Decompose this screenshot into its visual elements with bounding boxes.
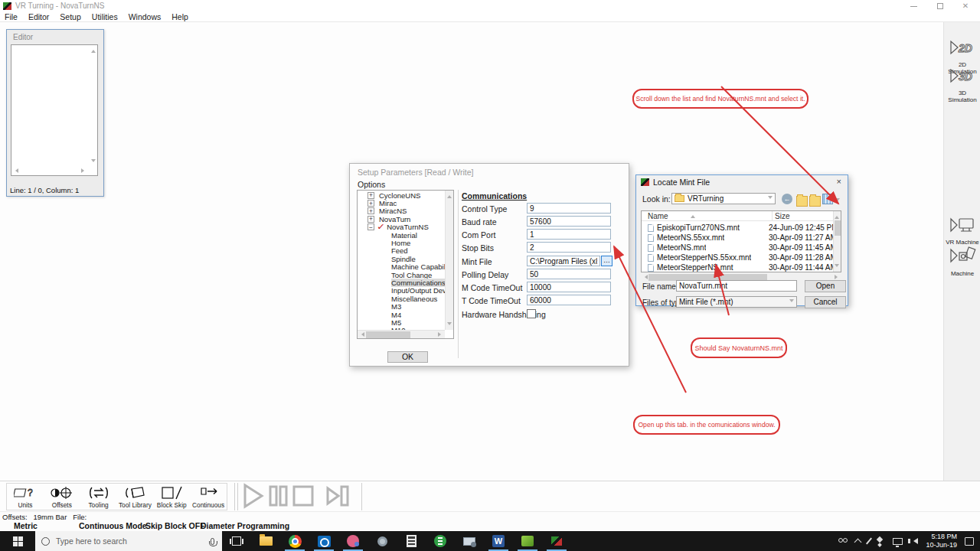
taskbar-clock[interactable]: 5:18 PM 10-Jun-19: [926, 533, 957, 549]
file-row[interactable]: MeteorStepperNS.55xx.mnt30-Apr-09 11:28 …: [642, 253, 833, 262]
look-in-dropdown[interactable]: VRTurning: [671, 193, 776, 204]
vr-machine-button[interactable]: VR Machine: [946, 215, 979, 246]
t-code-timeout-input[interactable]: [527, 295, 611, 305]
word-button[interactable]: [484, 531, 513, 551]
menu-editor[interactable]: Editor: [28, 12, 49, 21]
machine-button[interactable]: Machine: [946, 245, 979, 277]
m-code-timeout-input[interactable]: [527, 282, 611, 292]
scroll-left-icon[interactable]: [642, 275, 648, 279]
company-app-button[interactable]: [426, 531, 455, 551]
files-of-type-dropdown[interactable]: Mint File (*.mnt): [676, 296, 797, 308]
scroll-down-icon[interactable]: [447, 322, 452, 328]
tree-item[interactable]: Spindle: [358, 255, 445, 262]
tree-horizontal-scrollbar[interactable]: [358, 330, 445, 338]
utility-app-button[interactable]: [368, 531, 397, 551]
dropdown-button[interactable]: [765, 194, 775, 204]
file-explorer-button[interactable]: [251, 531, 280, 551]
dropdown-button[interactable]: [786, 297, 796, 307]
expand-plus-icon[interactable]: [368, 200, 374, 207]
tree-item[interactable]: MiracNS: [358, 207, 445, 215]
stop-icon[interactable]: [294, 487, 312, 505]
expand-minus-icon[interactable]: [368, 223, 374, 230]
people-icon[interactable]: [838, 538, 848, 545]
tree-item[interactable]: NovaTurn: [358, 215, 445, 223]
scrollbar-thumb[interactable]: [366, 331, 410, 338]
step-back-icon[interactable]: [328, 488, 338, 504]
chrome-button[interactable]: [280, 531, 309, 551]
tree-item[interactable]: M3: [358, 302, 445, 310]
close-button[interactable]: ✕: [952, 0, 978, 12]
tree-vertical-scrollbar[interactable]: [445, 191, 453, 330]
menu-windows[interactable]: Windows: [129, 12, 162, 21]
pause-icon[interactable]: [270, 487, 276, 505]
step-back-bar-icon[interactable]: [341, 487, 348, 505]
browse-button[interactable]: …: [601, 256, 612, 266]
tree-item-novaturnns[interactable]: ✓NovaTurnNS: [358, 223, 445, 231]
tree-item[interactable]: Home: [358, 239, 445, 246]
file-list-vertical-scrollbar[interactable]: [833, 211, 841, 272]
outlook-button[interactable]: [309, 531, 338, 551]
cancel-button[interactable]: Cancel: [805, 296, 846, 308]
scroll-right-icon[interactable]: [835, 275, 840, 279]
tray-chevron-up-icon[interactable]: [854, 539, 862, 546]
hardware-handshaking-checkbox[interactable]: [527, 309, 536, 318]
tooling-button[interactable]: Tooling: [80, 484, 117, 510]
column-divider[interactable]: [772, 211, 773, 221]
scroll-down-icon[interactable]: [835, 264, 839, 269]
minimize-button[interactable]: [900, 0, 926, 12]
expand-plus-icon[interactable]: [368, 192, 374, 199]
continuous-button[interactable]: Continuous: [190, 484, 227, 510]
start-button[interactable]: [0, 531, 35, 551]
com-port-input[interactable]: [527, 229, 611, 240]
vr-app-button[interactable]: [513, 531, 542, 551]
offsets-button[interactable]: Offsets: [44, 484, 80, 510]
action-center-icon[interactable]: [965, 537, 974, 546]
editor-text-area[interactable]: [11, 44, 98, 176]
file-row[interactable]: EpiskopiTurn270NS.mnt24-Jun-09 12:45 PM: [642, 223, 833, 233]
back-icon[interactable]: ←: [782, 194, 792, 204]
scroll-left-icon[interactable]: [359, 332, 364, 337]
control-type-input[interactable]: [527, 203, 611, 214]
file-row[interactable]: MeteorNS.mnt30-Apr-09 11:45 AM: [642, 243, 833, 253]
column-header-name[interactable]: Name: [648, 212, 668, 220]
units-button[interactable]: ? Units: [7, 484, 44, 510]
scroll-right-icon[interactable]: [81, 168, 87, 173]
file-row[interactable]: MeteorNS.55xx.mnt30-Apr-09 11:27 AM: [642, 233, 833, 243]
views-chevron-icon[interactable]: [835, 198, 840, 204]
tree-item[interactable]: M4: [358, 311, 445, 318]
dropbox-icon[interactable]: [877, 536, 883, 543]
speaker-icon[interactable]: [910, 538, 918, 544]
column-header-size[interactable]: Size: [775, 212, 789, 220]
tree-item[interactable]: Machine Capability: [358, 263, 445, 271]
scroll-right-icon[interactable]: [438, 332, 443, 337]
scroll-up-icon[interactable]: [835, 214, 839, 219]
play-icon[interactable]: [245, 485, 262, 507]
maximize-button[interactable]: [927, 0, 953, 12]
tree-item[interactable]: Feed: [358, 247, 445, 255]
ok-button[interactable]: OK: [387, 351, 428, 363]
scroll-down-icon[interactable]: [91, 159, 96, 165]
media-app-button[interactable]: [338, 531, 368, 551]
expand-plus-icon[interactable]: [368, 207, 374, 214]
mint-file-input[interactable]: [527, 256, 600, 266]
file-row[interactable]: MeteorStepperNS.mnt30-Apr-09 11:44 AM: [642, 262, 833, 272]
views-menu-icon[interactable]: [822, 194, 833, 204]
microphone-icon[interactable]: [211, 538, 214, 545]
task-view-button[interactable]: [222, 531, 251, 551]
scrollbar-thumb[interactable]: [835, 220, 841, 236]
stop-bits-input[interactable]: [527, 242, 611, 253]
polling-delay-input[interactable]: [527, 269, 611, 279]
scroll-up-icon[interactable]: [91, 47, 96, 53]
taskbar-search[interactable]: Type here to search: [35, 531, 222, 551]
pause-icon[interactable]: [280, 487, 286, 505]
tree-item-communications[interactable]: Communications: [358, 279, 445, 286]
expand-plus-icon[interactable]: [368, 216, 374, 223]
baud-rate-input[interactable]: [527, 216, 611, 227]
tree-item[interactable]: Input/Output Devic: [358, 287, 445, 295]
tree-item[interactable]: Miscellaneous: [358, 295, 445, 302]
pen-icon[interactable]: [866, 538, 872, 545]
file-name-input[interactable]: [676, 280, 797, 292]
display-icon[interactable]: [893, 538, 903, 545]
tree-item[interactable]: M5: [358, 318, 445, 326]
open-button[interactable]: Open: [805, 280, 846, 292]
